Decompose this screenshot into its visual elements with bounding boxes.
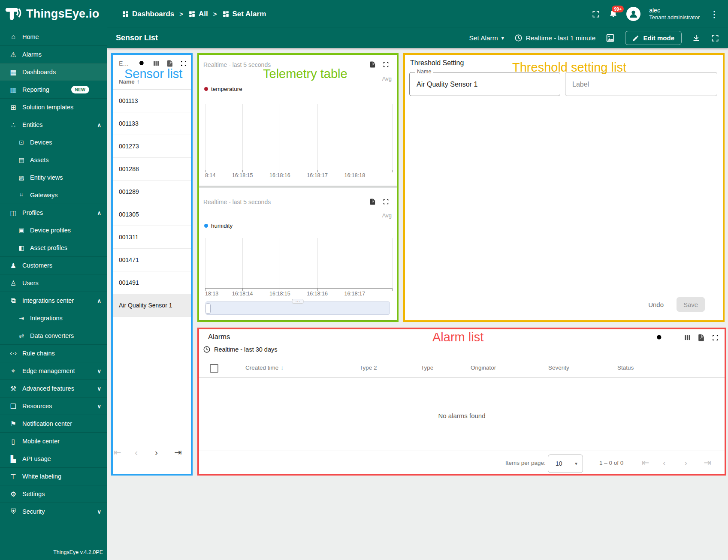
export-icon[interactable] xyxy=(369,61,377,69)
sidebar-item-solution-templates[interactable]: ⊞Solution templates xyxy=(0,98,107,116)
last-page-icon[interactable]: ⇥ xyxy=(704,458,711,468)
sidebar-item-resources[interactable]: ❏Resources∨ xyxy=(0,397,107,415)
sensor-row[interactable]: 001273 xyxy=(113,135,191,158)
sensor-row[interactable]: 001133 xyxy=(113,112,191,135)
sidebar-item-device-profiles[interactable]: ▣Device profiles xyxy=(0,221,107,239)
person-icon xyxy=(628,9,639,19)
sidebar-item-notification-center[interactable]: ⚑Notification center xyxy=(0,415,107,432)
chevron-up-icon: ∧ xyxy=(97,210,101,216)
sidebar-item-security[interactable]: ⛨Security∨ xyxy=(0,503,107,520)
sensor-row[interactable]: Air Quality Sensor 1 xyxy=(113,294,191,317)
slider-grip-icon[interactable]: ⋯ xyxy=(292,299,304,304)
sidebar-item-dashboards[interactable]: ▦Dashboards xyxy=(0,63,107,81)
sidebar-item-home[interactable]: ⌂Home xyxy=(0,28,107,45)
sidebar-item-asset-profiles[interactable]: ◧Asset profiles xyxy=(0,239,107,256)
slider-left-handle[interactable] xyxy=(205,303,211,314)
legend-temperature[interactable]: temperature xyxy=(204,86,242,92)
logo[interactable]: ThingsEye.io xyxy=(0,0,107,28)
column-header-created-time[interactable]: Created time↓ xyxy=(245,364,284,371)
sensor-row[interactable]: 001113 xyxy=(113,90,191,112)
sidebar: ThingsEye.io ⌂Home⚠Alarms▦Dashboards▥Rep… xyxy=(0,0,107,560)
sensor-row[interactable]: 001471 xyxy=(113,249,191,271)
export-icon[interactable] xyxy=(166,60,175,68)
chart-timewindow[interactable]: Realtime - last 5 seconds xyxy=(203,199,271,205)
user-info[interactable]: alec Tenant administrator xyxy=(649,7,700,21)
save-button[interactable]: Save xyxy=(677,297,705,312)
select-all-checkbox[interactable] xyxy=(210,364,218,373)
name-input[interactable] xyxy=(416,72,556,96)
first-page-icon[interactable]: ⇤ xyxy=(114,447,121,458)
sidebar-item-settings[interactable]: ⚙Settings xyxy=(0,485,107,503)
edit-mode-button[interactable]: Edit mode xyxy=(625,31,682,45)
column-header-status[interactable]: Status xyxy=(617,364,634,371)
sidebar-item-devices[interactable]: ⊡Devices xyxy=(0,133,107,151)
sidebar-item-rule-chains[interactable]: ‹·›Rule chains xyxy=(0,344,107,362)
sensor-row[interactable]: 001311 xyxy=(113,226,191,249)
legend-humidity[interactable]: humidity xyxy=(204,223,233,229)
sensor-row[interactable]: 001491 xyxy=(113,271,191,294)
sidebar-item-assets[interactable]: ▤Assets xyxy=(0,151,107,169)
items-per-page-select[interactable]: 10 ▾ xyxy=(548,455,583,473)
column-header-type[interactable]: Type xyxy=(421,364,433,371)
sidebar-item-customers[interactable]: ♟Customers xyxy=(0,256,107,274)
fullscreen-icon[interactable] xyxy=(180,60,188,68)
fullscreen-icon[interactable] xyxy=(711,334,720,342)
sidebar-item-profiles[interactable]: ◫Profiles∧ xyxy=(0,204,107,221)
sidebar-item-data-converters[interactable]: ⇄Data converters xyxy=(0,327,107,344)
sidebar-item-white-labeling[interactable]: ⊤White labeling xyxy=(0,467,107,485)
sidebar-item-gateways[interactable]: ⌗Gateways xyxy=(0,186,107,204)
fullscreen-icon[interactable] xyxy=(711,34,719,42)
avatar[interactable] xyxy=(626,7,640,21)
column-header-name[interactable]: Name ↑ xyxy=(119,78,140,85)
notification-center-icon: ⚑ xyxy=(8,420,19,428)
sidebar-item-users[interactable]: ♙Users xyxy=(0,274,107,292)
breadcrumb-set-alarm[interactable]: Set Alarm xyxy=(222,10,266,18)
fullscreen-icon[interactable] xyxy=(592,10,600,18)
sidebar-item-entity-views[interactable]: ▨Entity views xyxy=(0,169,107,186)
sidebar-item-mobile-center[interactable]: ▯Mobile center xyxy=(0,432,107,450)
undo-button[interactable]: Undo xyxy=(648,301,664,308)
sensor-row[interactable]: 001305 xyxy=(113,203,191,226)
first-page-icon[interactable]: ⇤ xyxy=(642,458,649,468)
next-page-icon[interactable]: › xyxy=(684,458,687,468)
columns-icon[interactable] xyxy=(152,60,161,68)
sidebar-item-edge-management[interactable]: ⌖Edge management∨ xyxy=(0,362,107,379)
breadcrumb-dashboards[interactable]: Dashboards xyxy=(122,10,174,18)
export-icon[interactable] xyxy=(697,334,706,342)
sidebar-item-alarms[interactable]: ⚠Alarms xyxy=(0,45,107,63)
breadcrumb-all[interactable]: All xyxy=(188,10,208,18)
fullscreen-icon[interactable] xyxy=(382,61,390,69)
alarms-timewindow-button[interactable]: Realtime - last 30 days xyxy=(203,346,277,353)
time-range-slider[interactable]: ⋯ xyxy=(205,301,390,315)
sensor-row[interactable]: 001288 xyxy=(113,158,191,181)
sidebar-item-api-usage[interactable]: ▙API usage xyxy=(0,450,107,467)
sidebar-item-entities[interactable]: ∴Entities∧ xyxy=(0,116,107,133)
column-header-originator[interactable]: Originator xyxy=(471,364,496,371)
sidebar-item-advanced-features[interactable]: ⚒Advanced features∨ xyxy=(0,379,107,397)
search-icon[interactable] xyxy=(656,334,664,342)
notifications-button[interactable]: 99+ xyxy=(609,9,618,18)
more-menu-icon[interactable]: ⋮ xyxy=(708,9,720,19)
filter-icon[interactable] xyxy=(669,334,678,342)
columns-icon[interactable] xyxy=(683,334,692,342)
timewindow-button[interactable]: Realtime - last 1 minute xyxy=(514,34,596,42)
search-icon[interactable] xyxy=(138,60,147,68)
next-page-icon[interactable]: › xyxy=(155,447,158,458)
last-page-icon[interactable]: ⇥ xyxy=(174,447,182,458)
sidebar-item-integrations[interactable]: ⇥Integrations xyxy=(0,309,107,327)
dashboard-state-button[interactable]: Set Alarm ▾ xyxy=(469,34,504,42)
download-icon[interactable] xyxy=(692,34,701,42)
export-icon[interactable] xyxy=(369,198,377,206)
sidebar-item-label: Profiles xyxy=(22,209,43,216)
sidebar-item-reporting[interactable]: ▥ReportingNEW xyxy=(0,81,107,98)
prev-page-icon[interactable]: ‹ xyxy=(135,447,138,458)
column-header-type-2[interactable]: Type 2 xyxy=(359,364,377,371)
label-input[interactable] xyxy=(571,72,713,96)
chart-timewindow[interactable]: Realtime - last 5 seconds xyxy=(203,61,271,68)
image-export-icon[interactable] xyxy=(606,33,615,42)
fullscreen-icon[interactable] xyxy=(382,198,390,206)
prev-page-icon[interactable]: ‹ xyxy=(663,458,666,468)
sensor-row[interactable]: 001289 xyxy=(113,181,191,203)
sidebar-item-integrations-center[interactable]: ⧉Integrations center∧ xyxy=(0,292,107,309)
column-header-severity[interactable]: Severity xyxy=(548,364,569,371)
